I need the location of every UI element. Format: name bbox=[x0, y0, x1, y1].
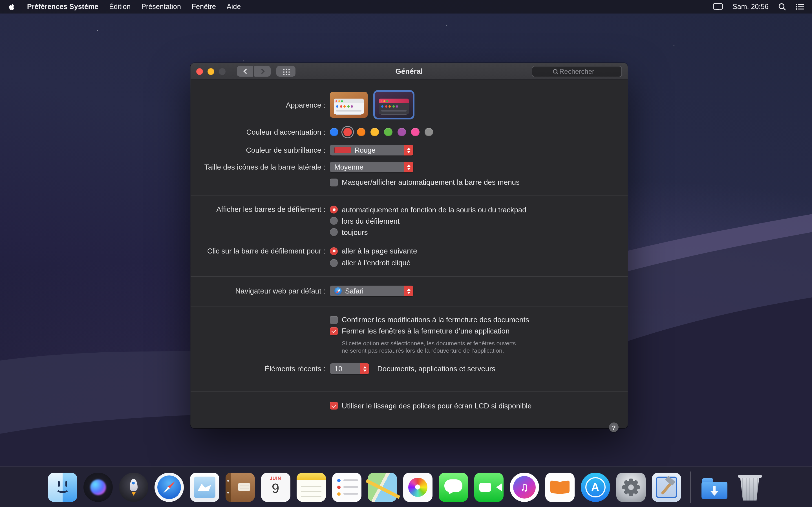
dock-books-icon[interactable] bbox=[545, 472, 574, 502]
spotlight-search-icon[interactable] bbox=[778, 3, 786, 11]
radio-label: toujours bbox=[342, 228, 368, 236]
notification-center-icon[interactable] bbox=[796, 3, 804, 10]
separator bbox=[191, 391, 627, 392]
calendar-day-text: 9 bbox=[272, 481, 280, 496]
dock-downloads-icon[interactable] bbox=[700, 472, 729, 502]
radio-jump-to-spot[interactable]: aller à l’endroit cliqué bbox=[330, 257, 417, 269]
radio-icon[interactable] bbox=[330, 206, 338, 214]
dock: JUIN 9 ♫ bbox=[0, 466, 812, 507]
dock-facetime-icon[interactable] bbox=[474, 472, 503, 502]
font-smoothing-checkbox-row[interactable]: Utiliser le lissage des polices pour écr… bbox=[330, 401, 627, 410]
accent-pink[interactable] bbox=[411, 128, 419, 136]
dock-app-store-icon[interactable]: A bbox=[580, 472, 610, 502]
accent-yellow[interactable] bbox=[370, 128, 379, 136]
recent-items-label: Éléments récents : bbox=[191, 364, 325, 373]
checkbox-icon[interactable] bbox=[330, 327, 338, 335]
safari-icon bbox=[335, 287, 342, 295]
dock-launchpad-icon[interactable] bbox=[119, 472, 148, 502]
radio-icon[interactable] bbox=[330, 228, 338, 236]
accent-green[interactable] bbox=[384, 128, 393, 136]
dock-trash-icon[interactable] bbox=[735, 472, 764, 502]
radio-label: automatiquement en fonction de la souris… bbox=[342, 205, 526, 214]
window-titlebar[interactable]: Général bbox=[191, 63, 627, 80]
dock-reminders-icon[interactable] bbox=[332, 472, 361, 502]
nav-buttons bbox=[237, 66, 271, 76]
menu-item-aide[interactable]: Aide bbox=[227, 3, 241, 11]
radio-icon[interactable] bbox=[330, 247, 338, 255]
dock-safari-icon[interactable] bbox=[154, 472, 184, 502]
appearance-dark-preview bbox=[379, 99, 409, 114]
dock-contacts-icon[interactable] bbox=[225, 472, 255, 502]
grid-icon bbox=[282, 68, 290, 75]
dock-separator bbox=[690, 471, 691, 503]
popup-arrows-icon bbox=[404, 162, 413, 172]
radio-scrollbars-when-scrolling[interactable]: lors du défilement bbox=[330, 215, 526, 226]
sidebar-icon-size-row: Taille des icônes de la barre latérale :… bbox=[191, 162, 627, 172]
close-windows-checkbox-row[interactable]: Fermer les fenêtres à la fermeture d’une… bbox=[330, 327, 627, 335]
radio-label: aller à l’endroit cliqué bbox=[342, 259, 410, 267]
checkbox-icon[interactable] bbox=[330, 402, 338, 409]
display-status-icon[interactable] bbox=[713, 3, 723, 11]
checkbox-icon[interactable] bbox=[330, 178, 338, 186]
checkbox-icon[interactable] bbox=[330, 316, 338, 324]
default-browser-popup[interactable]: Safari bbox=[330, 286, 413, 296]
close-button[interactable] bbox=[196, 68, 203, 75]
general-pane: Apparence : bbox=[191, 92, 627, 439]
sidebar-icon-size-value: Moyenne bbox=[335, 163, 363, 171]
dock-mail-icon[interactable] bbox=[190, 472, 219, 502]
radio-icon[interactable] bbox=[330, 259, 338, 267]
dock-itunes-icon[interactable]: ♫ bbox=[509, 472, 539, 502]
highlight-color-popup[interactable]: Rouge bbox=[330, 145, 413, 156]
minimize-button[interactable] bbox=[207, 68, 214, 75]
radio-scrollbars-always[interactable]: toujours bbox=[330, 226, 526, 238]
radio-scrollbars-auto[interactable]: automatiquement en fonction de la souris… bbox=[330, 204, 526, 215]
accent-purple[interactable] bbox=[398, 128, 406, 136]
dock-xcode-icon[interactable] bbox=[652, 472, 681, 502]
accent-blue[interactable] bbox=[330, 128, 338, 136]
dock-messages-icon[interactable] bbox=[439, 472, 468, 502]
dock-notes-icon[interactable] bbox=[296, 472, 326, 502]
menu-app-name[interactable]: Préférences Système bbox=[27, 3, 98, 11]
default-browser-label: Navigateur web par défaut : bbox=[191, 287, 325, 295]
recent-items-popup[interactable]: 10 bbox=[330, 363, 369, 374]
default-browser-row: Navigateur web par défaut : Safari bbox=[191, 286, 627, 296]
back-button[interactable] bbox=[237, 66, 253, 76]
search-field[interactable] bbox=[532, 66, 622, 77]
menu-item-fenetre[interactable]: Fenêtre bbox=[192, 3, 216, 11]
scrollbar-click-group: Clic sur la barre de défilement pour : a… bbox=[191, 245, 627, 269]
menu-clock[interactable]: Sam. 20:56 bbox=[732, 3, 769, 11]
dock-calendar-icon[interactable]: JUIN 9 bbox=[261, 472, 290, 502]
default-browser-value: Safari bbox=[345, 287, 363, 295]
accent-orange[interactable] bbox=[357, 128, 365, 136]
menu-item-presentation[interactable]: Présentation bbox=[141, 3, 181, 11]
appearance-light-preview bbox=[334, 99, 364, 114]
radio-icon[interactable] bbox=[330, 217, 338, 225]
apple-menu-icon[interactable] bbox=[8, 3, 16, 11]
dock-siri-icon[interactable] bbox=[83, 472, 112, 502]
menu-item-edition[interactable]: Édition bbox=[109, 3, 131, 11]
system-preferences-window: Général Apparence : bbox=[191, 63, 627, 428]
show-all-button[interactable] bbox=[276, 66, 296, 76]
dock-finder-icon[interactable] bbox=[48, 472, 77, 502]
dock-maps-icon[interactable] bbox=[367, 472, 397, 502]
recent-items-suffix: Documents, applications et serveurs bbox=[377, 364, 495, 373]
menubar-autohide-checkbox-row[interactable]: Masquer/afficher automatiquement la barr… bbox=[330, 178, 627, 186]
appearance-dark-option[interactable] bbox=[375, 92, 413, 118]
search-input[interactable] bbox=[532, 66, 621, 76]
accent-red[interactable] bbox=[343, 128, 352, 136]
screen: Préférences Système Édition Présentation… bbox=[0, 0, 812, 507]
sidebar-icon-size-popup[interactable]: Moyenne bbox=[330, 162, 413, 172]
radio-jump-next-page[interactable]: aller à la page suivante bbox=[330, 245, 417, 257]
confirm-changes-checkbox-row[interactable]: Confirmer les modifications à la fermetu… bbox=[330, 316, 627, 324]
appearance-row: Apparence : bbox=[191, 92, 627, 118]
dock-photos-icon[interactable] bbox=[403, 472, 432, 502]
forward-button[interactable] bbox=[254, 66, 271, 76]
dock-system-preferences-icon[interactable] bbox=[616, 472, 645, 502]
appearance-light-option[interactable] bbox=[330, 92, 368, 118]
recent-items-value: 10 bbox=[335, 365, 342, 373]
accent-graphite[interactable] bbox=[424, 128, 433, 136]
close-windows-note-row: Si cette option est sélectionnée, les do… bbox=[330, 340, 627, 354]
help-button[interactable]: ? bbox=[609, 422, 619, 432]
app-store-letter: A bbox=[585, 477, 605, 497]
zoom-button-disabled bbox=[219, 68, 225, 75]
